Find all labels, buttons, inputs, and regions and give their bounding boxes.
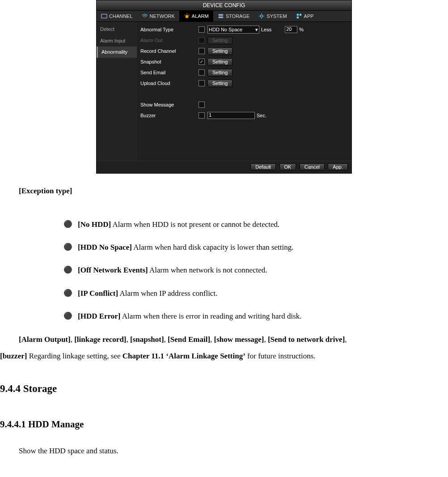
tab-app[interactable]: APP bbox=[292, 11, 318, 21]
para-bold: [show message] bbox=[214, 335, 264, 344]
label-send-email: Send Email bbox=[140, 70, 199, 76]
label-snapshot: Snapshot bbox=[140, 59, 199, 65]
tab-label: SYSTEM bbox=[266, 13, 287, 19]
checkbox-send-email[interactable] bbox=[199, 69, 205, 76]
checkbox-abnormal-type[interactable] bbox=[199, 26, 205, 33]
para-sep: , bbox=[71, 335, 75, 344]
svg-point-4 bbox=[261, 15, 263, 17]
checkbox-alarm-out bbox=[199, 37, 205, 43]
label-alarm-out: Alarm Out bbox=[140, 38, 199, 43]
tab-label: CHANNEL bbox=[109, 13, 133, 19]
button-alarm-out-setting: Setting bbox=[207, 37, 232, 44]
svg-rect-2 bbox=[218, 14, 223, 16]
label-show-message: Show Message bbox=[140, 102, 199, 108]
button-send-email-setting[interactable]: Setting bbox=[207, 69, 232, 77]
label-sec: Sec. bbox=[257, 113, 266, 119]
svg-point-1 bbox=[185, 15, 188, 18]
para-bold: [Send to network drive] bbox=[268, 335, 345, 344]
checkbox-show-message[interactable] bbox=[199, 102, 205, 108]
para-bold: Chapter 11.1 ‘Alarm Linkage Setting’ bbox=[123, 352, 245, 360]
bullet-icon: ⚫ bbox=[63, 308, 78, 324]
svg-rect-3 bbox=[218, 17, 223, 18]
label-percent: % bbox=[299, 27, 304, 33]
label-buzzer: Buzzer bbox=[140, 113, 199, 119]
svg-rect-6 bbox=[299, 14, 301, 16]
list-item-text: Alarm when there is error in reading and… bbox=[121, 312, 302, 320]
button-app[interactable]: App. bbox=[328, 163, 348, 170]
main-tabs: CHANNEL NETWORK ALARM STORAGE bbox=[97, 11, 351, 22]
button-ok[interactable]: OK bbox=[279, 163, 296, 170]
linkage-paragraph-line2: [buzzer] Regarding linkage setting, see … bbox=[0, 348, 448, 364]
para-sep: , bbox=[127, 335, 131, 344]
tab-network[interactable]: NETWORK bbox=[137, 11, 179, 21]
button-upload-cloud-setting[interactable]: Setting bbox=[207, 80, 232, 87]
alarm-icon bbox=[184, 13, 190, 19]
gear-icon bbox=[258, 13, 265, 19]
para-bold: [Alarm Output] bbox=[19, 335, 71, 344]
sidebar-item-abnormality[interactable]: Abnormality bbox=[97, 47, 137, 58]
list-item: ⚫ [IP Conflict] Alarm when IP address co… bbox=[63, 285, 448, 302]
svg-rect-5 bbox=[296, 14, 298, 16]
tab-label: ALARM bbox=[192, 13, 209, 19]
tab-alarm[interactable]: ALARM bbox=[179, 11, 213, 21]
storage-icon bbox=[218, 13, 224, 19]
dialog-footer: Default OK Cancel App. bbox=[97, 161, 351, 173]
button-snapshot-setting[interactable]: Setting bbox=[207, 58, 232, 66]
button-default[interactable]: Default bbox=[250, 163, 276, 170]
para-bold: [snapshot] bbox=[130, 335, 164, 344]
checkbox-upload-cloud[interactable] bbox=[199, 80, 205, 86]
input-buzzer-value[interactable]: 1 bbox=[207, 112, 255, 119]
input-less-value[interactable]: 20 bbox=[285, 26, 297, 33]
device-config-window: DEVICE CONFIG CHANNEL NETWORK ALARM bbox=[96, 0, 352, 174]
tab-storage[interactable]: STORAGE bbox=[213, 11, 254, 21]
list-item-text: Alarm when hard disk capacity is lower t… bbox=[132, 243, 294, 251]
list-item-bold: [HDD No Space] bbox=[78, 243, 132, 251]
tab-system[interactable]: SYSTEM bbox=[254, 11, 291, 21]
svg-rect-7 bbox=[296, 17, 298, 18]
para-text: for future instructions. bbox=[245, 352, 316, 360]
para-bold: [buzzer] bbox=[0, 352, 27, 360]
bullet-icon: ⚫ bbox=[63, 239, 78, 256]
para-text: Regarding linkage setting, see bbox=[27, 352, 122, 360]
button-record-channel-setting[interactable]: Setting bbox=[207, 47, 232, 55]
sidebar-item-detect[interactable]: Detect bbox=[97, 24, 137, 35]
hdd-text: Show the HDD space and status. bbox=[0, 443, 448, 459]
tab-label: NETWORK bbox=[150, 13, 175, 19]
para-sep: , bbox=[164, 335, 168, 344]
tab-channel[interactable]: CHANNEL bbox=[97, 11, 137, 21]
para-bold: [Send Email] bbox=[168, 335, 210, 344]
wifi-icon bbox=[142, 13, 148, 19]
list-item-bold: [No HDD] bbox=[78, 220, 111, 229]
heading-storage: 9.4.4 Storage bbox=[0, 378, 448, 400]
para-sep: , bbox=[210, 335, 214, 344]
heading-hdd-manage: 9.4.4.1 HDD Manage bbox=[0, 414, 448, 434]
checkbox-snapshot[interactable]: ✓ bbox=[199, 59, 205, 65]
label-upload-cloud: Upload Cloud bbox=[140, 81, 199, 86]
para-bold: [linkage record] bbox=[74, 335, 126, 344]
checkbox-record-channel[interactable] bbox=[199, 48, 205, 54]
exception-type-list: ⚫ [No HDD] Alarm when HDD is not present… bbox=[0, 216, 448, 325]
button-cancel[interactable]: Cancel bbox=[300, 163, 325, 170]
checkbox-buzzer[interactable] bbox=[199, 112, 205, 119]
list-item: ⚫ [HDD No Space] Alarm when hard disk ca… bbox=[63, 239, 448, 256]
list-item-bold: [IP Conflict] bbox=[78, 289, 118, 298]
list-item-text: Alarm when IP address conflict. bbox=[118, 289, 217, 298]
svg-rect-0 bbox=[101, 14, 107, 18]
tab-label: APP bbox=[304, 13, 314, 19]
form-area: Abnormal Type HDD No Space ▾ Less 20 % A… bbox=[137, 22, 351, 161]
list-item: ⚫ [Off Network Events] Alarm when networ… bbox=[63, 262, 448, 278]
window-title: DEVICE CONFIG bbox=[97, 0, 351, 11]
para-sep: , bbox=[345, 335, 347, 344]
label-abnormal-type: Abnormal Type bbox=[140, 27, 199, 33]
bullet-icon: ⚫ bbox=[63, 262, 78, 278]
list-item-bold: [HDD Error] bbox=[78, 312, 121, 320]
channel-icon bbox=[101, 13, 107, 19]
linkage-paragraph: [Alarm Output], [linkage record], [snaps… bbox=[0, 331, 448, 348]
select-value: HDD No Space bbox=[209, 27, 242, 33]
select-abnormal-type[interactable]: HDD No Space ▾ bbox=[207, 26, 259, 34]
sidebar-item-alarm-input[interactable]: Alarm Input bbox=[97, 35, 137, 47]
sidebar: Detect Alarm Input Abnormality bbox=[97, 22, 137, 161]
list-item-bold: [Off Network Events] bbox=[78, 266, 148, 274]
list-item-text: Alarm when HDD is not present or cannot … bbox=[111, 220, 279, 229]
list-item-text: Alarm when network is not connected. bbox=[148, 266, 267, 274]
